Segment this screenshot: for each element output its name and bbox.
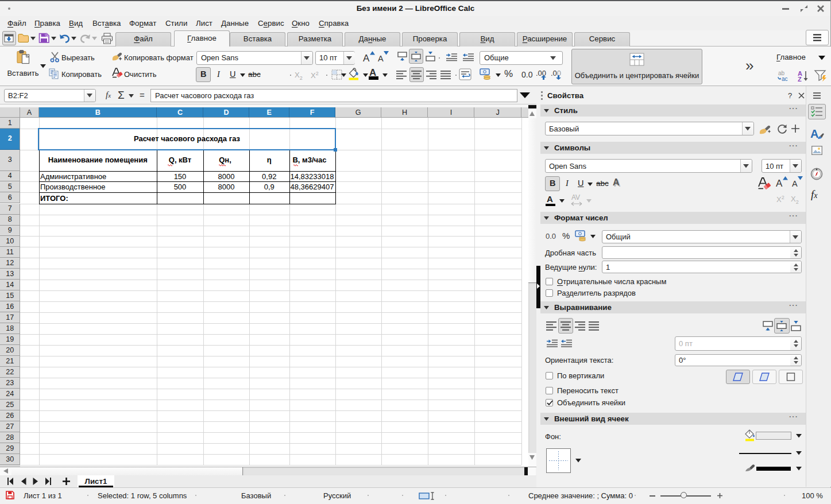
svg-text:Z: Z [798,76,802,82]
svg-text:ac: ac [782,76,788,82]
